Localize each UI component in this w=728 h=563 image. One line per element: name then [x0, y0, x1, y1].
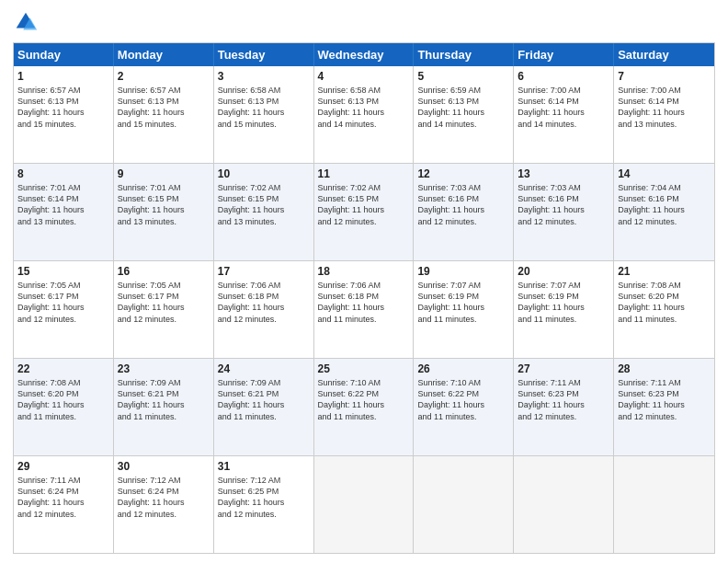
cell-line: and 13 minutes.: [17, 216, 109, 227]
cell-line: and 15 minutes.: [218, 119, 310, 130]
day-number: 20: [518, 264, 609, 279]
cell-line: and 11 minutes.: [118, 411, 210, 422]
cell-line: and 13 minutes.: [218, 216, 310, 227]
day-number: 2: [118, 69, 210, 84]
cal-cell-r3-c4: 26Sunrise: 7:10 AMSunset: 6:22 PMDayligh…: [414, 359, 514, 455]
cell-line: Daylight: 11 hours: [218, 302, 310, 313]
cell-line: Sunset: 6:13 PM: [417, 96, 509, 107]
cal-cell-r1-c2: 10Sunrise: 7:02 AMSunset: 6:15 PMDayligh…: [214, 164, 314, 260]
day-number: 29: [17, 459, 109, 474]
calendar-row-2: 8Sunrise: 7:01 AMSunset: 6:14 PMDaylight…: [14, 163, 714, 260]
cell-line: and 13 minutes.: [118, 216, 210, 227]
cell-line: Sunrise: 7:11 AM: [518, 377, 609, 388]
day-number: 21: [618, 264, 711, 279]
cell-line: Sunset: 6:17 PM: [17, 291, 109, 302]
cal-cell-r2-c1: 16Sunrise: 7:05 AMSunset: 6:17 PMDayligh…: [114, 261, 214, 358]
cell-line: Daylight: 11 hours: [218, 107, 310, 118]
day-number: 18: [318, 264, 410, 279]
cell-line: Daylight: 11 hours: [318, 107, 410, 118]
cell-line: Sunrise: 7:09 AM: [218, 377, 310, 388]
cal-cell-r2-c4: 19Sunrise: 7:07 AMSunset: 6:19 PMDayligh…: [414, 261, 514, 358]
cell-line: and 11 minutes.: [417, 314, 509, 325]
cal-cell-r3-c1: 23Sunrise: 7:09 AMSunset: 6:21 PMDayligh…: [114, 359, 214, 455]
day-number: 24: [218, 362, 310, 376]
calendar: SundayMondayTuesdayWednesdayThursdayFrid…: [13, 42, 715, 554]
cal-cell-r1-c5: 13Sunrise: 7:03 AMSunset: 6:16 PMDayligh…: [514, 164, 614, 260]
cell-line: and 14 minutes.: [318, 119, 410, 130]
cell-line: Sunset: 6:15 PM: [218, 193, 310, 204]
cell-line: Sunset: 6:24 PM: [17, 486, 109, 497]
header-day-wednesday: Wednesday: [314, 43, 415, 66]
cell-line: Daylight: 11 hours: [518, 302, 609, 313]
cell-line: Sunrise: 6:58 AM: [318, 85, 410, 96]
cal-cell-r4-c2: 31Sunrise: 7:12 AMSunset: 6:25 PMDayligh…: [214, 456, 314, 553]
cell-line: Sunset: 6:22 PM: [417, 388, 509, 399]
cell-line: Sunset: 6:18 PM: [218, 291, 310, 302]
cell-line: Sunrise: 7:02 AM: [318, 182, 410, 193]
day-number: 4: [318, 69, 410, 84]
cell-line: Daylight: 11 hours: [518, 107, 609, 118]
header-day-tuesday: Tuesday: [214, 43, 314, 66]
cal-cell-r1-c6: 14Sunrise: 7:04 AMSunset: 6:16 PMDayligh…: [614, 164, 714, 260]
cal-cell-r4-c3: [314, 456, 415, 553]
cal-cell-r2-c5: 20Sunrise: 7:07 AMSunset: 6:19 PMDayligh…: [514, 261, 614, 358]
cal-cell-r2-c6: 21Sunrise: 7:08 AMSunset: 6:20 PMDayligh…: [614, 261, 714, 358]
cell-line: Sunset: 6:15 PM: [318, 193, 410, 204]
cell-line: Sunset: 6:21 PM: [218, 388, 310, 399]
cell-line: Daylight: 11 hours: [118, 497, 210, 508]
cell-line: Sunrise: 7:08 AM: [17, 377, 109, 388]
cell-line: Daylight: 11 hours: [618, 302, 711, 313]
cal-cell-r0-c3: 4Sunrise: 6:58 AMSunset: 6:13 PMDaylight…: [314, 66, 415, 163]
cell-line: and 14 minutes.: [518, 119, 609, 130]
calendar-row-5: 29Sunrise: 7:11 AMSunset: 6:24 PMDayligh…: [14, 455, 714, 553]
cal-cell-r4-c4: [414, 456, 514, 553]
cell-line: Sunset: 6:22 PM: [318, 388, 410, 399]
cell-line: and 13 minutes.: [618, 119, 711, 130]
day-number: 7: [618, 69, 711, 84]
cal-cell-r0-c1: 2Sunrise: 6:57 AMSunset: 6:13 PMDaylight…: [114, 66, 214, 163]
cal-cell-r4-c1: 30Sunrise: 7:12 AMSunset: 6:24 PMDayligh…: [114, 456, 214, 553]
cell-line: and 12 minutes.: [417, 216, 509, 227]
header-day-monday: Monday: [114, 43, 214, 66]
cell-line: Daylight: 11 hours: [417, 399, 509, 410]
cell-line: Daylight: 11 hours: [218, 497, 310, 508]
cell-line: Sunrise: 7:07 AM: [518, 280, 609, 291]
cell-line: Sunset: 6:19 PM: [417, 291, 509, 302]
cell-line: and 12 minutes.: [618, 216, 711, 227]
cell-line: Daylight: 11 hours: [17, 302, 109, 313]
cal-cell-r0-c5: 6Sunrise: 7:00 AMSunset: 6:14 PMDaylight…: [514, 66, 614, 163]
header-day-sunday: Sunday: [14, 43, 114, 66]
cell-line: Sunrise: 7:04 AM: [618, 182, 711, 193]
cell-line: and 14 minutes.: [417, 119, 509, 130]
header-day-saturday: Saturday: [614, 43, 714, 66]
cell-line: Daylight: 11 hours: [417, 302, 509, 313]
cell-line: and 11 minutes.: [417, 411, 509, 422]
cell-line: Sunrise: 7:03 AM: [417, 182, 509, 193]
cell-line: Sunset: 6:14 PM: [518, 96, 609, 107]
day-number: 5: [417, 69, 509, 84]
cell-line: Sunset: 6:20 PM: [618, 291, 711, 302]
day-number: 31: [218, 459, 310, 474]
day-number: 17: [218, 264, 310, 279]
cal-cell-r3-c6: 28Sunrise: 7:11 AMSunset: 6:23 PMDayligh…: [614, 359, 714, 455]
cal-cell-r2-c3: 18Sunrise: 7:06 AMSunset: 6:18 PMDayligh…: [314, 261, 415, 358]
cell-line: Sunset: 6:13 PM: [118, 96, 210, 107]
day-number: 30: [118, 459, 210, 474]
header-day-thursday: Thursday: [414, 43, 514, 66]
cell-line: Daylight: 11 hours: [518, 204, 609, 215]
cell-line: and 12 minutes.: [218, 509, 310, 520]
cell-line: Sunrise: 7:12 AM: [118, 475, 210, 486]
cell-line: Daylight: 11 hours: [518, 399, 609, 410]
day-number: 22: [17, 362, 109, 376]
cell-line: Sunrise: 7:11 AM: [618, 377, 711, 388]
cell-line: Sunrise: 7:11 AM: [17, 475, 109, 486]
cell-line: and 12 minutes.: [17, 509, 109, 520]
day-number: 28: [618, 362, 711, 376]
cell-line: Sunset: 6:16 PM: [518, 193, 609, 204]
cell-line: Daylight: 11 hours: [218, 204, 310, 215]
cell-line: Sunrise: 7:08 AM: [618, 280, 711, 291]
cell-line: Daylight: 11 hours: [618, 107, 711, 118]
calendar-body: 1Sunrise: 6:57 AMSunset: 6:13 PMDaylight…: [14, 66, 714, 553]
cell-line: and 11 minutes.: [318, 314, 410, 325]
cell-line: and 12 minutes.: [118, 509, 210, 520]
